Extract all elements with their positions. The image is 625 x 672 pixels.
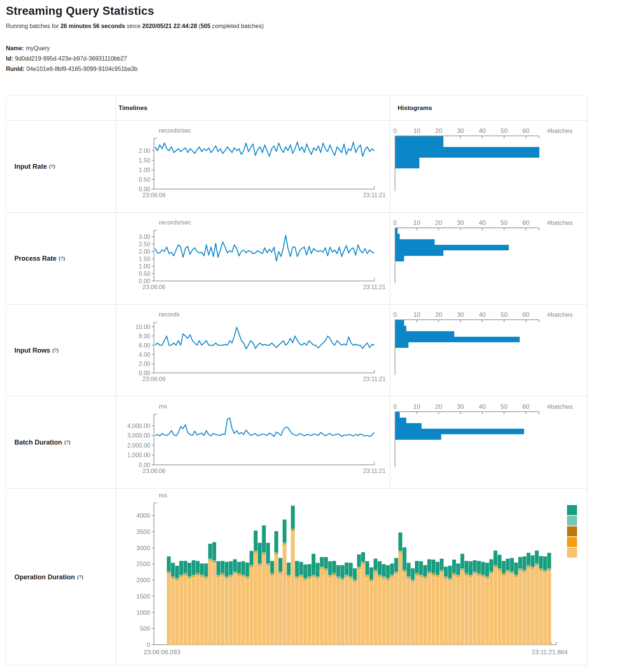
query-id-line: Id:9d0dd219-995d-423e-b97d-36931110bb27 xyxy=(6,54,137,64)
row-label-process-rate: Process Rate(?) xyxy=(6,212,116,304)
svg-text:20: 20 xyxy=(435,311,442,318)
operation-duration-help-icon[interactable]: (?) xyxy=(77,574,83,580)
svg-text:1.50: 1.50 xyxy=(139,157,150,164)
svg-text:60: 60 xyxy=(522,127,529,134)
svg-text:40: 40 xyxy=(479,403,486,410)
svg-text:40: 40 xyxy=(479,311,486,318)
svg-text:3.00: 3.00 xyxy=(139,234,150,240)
input-rate-histogram-cell: 0102030405060#batches xyxy=(390,120,588,212)
svg-text:2.00: 2.00 xyxy=(139,148,150,154)
legend-swatch-4[interactable] xyxy=(567,537,577,547)
svg-text:0.00: 0.00 xyxy=(139,278,150,284)
svg-text:20: 20 xyxy=(435,127,442,134)
input-rate-help-icon[interactable]: (?) xyxy=(49,164,55,169)
legend-swatch-1[interactable] xyxy=(567,505,577,515)
svg-text:1.00: 1.00 xyxy=(139,263,150,270)
query-statistics-table: Timelines Histograms Input Rate(?) recor… xyxy=(6,96,588,665)
name-value: myQuery xyxy=(26,45,50,51)
svg-text:2,000.00: 2,000.00 xyxy=(127,442,150,449)
svg-text:23:06:06: 23:06:06 xyxy=(142,192,165,198)
svg-text:23:06:06.093: 23:06:06.093 xyxy=(144,649,180,656)
operation-duration-label: Operation Duration xyxy=(14,573,75,581)
runid-label: RunId: xyxy=(6,66,25,72)
svg-text:30: 30 xyxy=(457,127,464,134)
streaming-query-statistics-page: Streaming Query Statistics Running batch… xyxy=(0,0,625,672)
svg-text:3500: 3500 xyxy=(136,528,150,535)
input-rate-histogram-chart: 0102030405060#batches xyxy=(390,121,588,212)
svg-text:50: 50 xyxy=(501,127,508,134)
svg-text:3000: 3000 xyxy=(136,545,150,552)
svg-text:23:11:21.864: 23:11:21.864 xyxy=(532,649,568,656)
svg-text:50: 50 xyxy=(501,219,508,226)
svg-text:records/sec: records/sec xyxy=(159,219,191,226)
process-rate-timeline-chart: records/sec3.002.502.001.501.000.500.002… xyxy=(116,213,390,304)
summary-since: since xyxy=(125,23,142,29)
histograms-header: Histograms xyxy=(390,96,588,120)
svg-text:0.00: 0.00 xyxy=(139,462,150,468)
svg-text:2.50: 2.50 xyxy=(139,241,150,247)
svg-text:1.50: 1.50 xyxy=(139,256,150,262)
process-rate-help-icon[interactable]: (?) xyxy=(59,256,65,261)
svg-text:1500: 1500 xyxy=(136,593,150,600)
running-batches-summary: Running batches for 26 minutes 56 second… xyxy=(6,23,264,30)
batch-duration-timeline-chart: ms4,000.003,000.002,000.001,000.000.0023… xyxy=(116,397,390,488)
svg-text:2.00: 2.00 xyxy=(139,361,150,367)
svg-text:40: 40 xyxy=(479,219,486,226)
svg-text:23:06:06: 23:06:06 xyxy=(142,376,165,382)
input-rate-label: Input Rate xyxy=(14,163,47,171)
operation-duration-chart-cell: ms0500100015002000250030003500400023:06:… xyxy=(116,488,588,666)
query-meta: Name:myQuery Id:9d0dd219-995d-423e-b97d-… xyxy=(6,43,137,74)
svg-text:#batches: #batches xyxy=(547,127,573,134)
input-rows-histogram-cell: 0102030405060#batches xyxy=(390,304,588,396)
svg-text:23:06:06: 23:06:06 xyxy=(142,468,165,474)
legend-swatch-2[interactable] xyxy=(567,516,577,526)
svg-text:10: 10 xyxy=(413,219,420,226)
batch-duration-histogram-cell: 0102030405060#batches xyxy=(390,396,588,488)
process-rate-histogram-cell: 0102030405060#batches xyxy=(390,212,588,304)
svg-text:records/sec: records/sec xyxy=(159,127,191,134)
svg-text:0.50: 0.50 xyxy=(139,271,150,277)
input-rows-label: Input Rows xyxy=(14,347,50,354)
svg-text:2500: 2500 xyxy=(136,560,150,568)
svg-text:30: 30 xyxy=(457,403,464,410)
svg-text:0: 0 xyxy=(393,311,396,318)
svg-text:30: 30 xyxy=(457,311,464,318)
timelines-header-label: Timelines xyxy=(119,104,147,112)
svg-text:50: 50 xyxy=(501,403,508,410)
runid-value: 04e101e6-8bf8-4165-9099-9104c951ba3b xyxy=(27,66,138,72)
svg-text:0: 0 xyxy=(393,403,396,410)
summary-prefix: Running batches for xyxy=(6,23,61,29)
svg-text:23:11:21: 23:11:21 xyxy=(363,192,385,198)
svg-text:60: 60 xyxy=(522,403,529,410)
svg-text:4,000.00: 4,000.00 xyxy=(127,423,150,429)
svg-text:40: 40 xyxy=(479,127,486,134)
svg-text:0: 0 xyxy=(393,127,396,134)
svg-text:0: 0 xyxy=(393,219,396,226)
input-rows-histogram-chart: 0102030405060#batches xyxy=(390,305,588,396)
svg-text:0.00: 0.00 xyxy=(139,370,150,376)
summary-batch-count: 505 xyxy=(200,23,210,29)
legend-swatch-5[interactable] xyxy=(567,548,577,558)
svg-text:23:11:21: 23:11:21 xyxy=(363,376,385,382)
svg-text:records: records xyxy=(159,311,180,318)
batch-duration-help-icon[interactable]: (?) xyxy=(64,439,71,445)
input-rows-timeline-chart: records10.008.006.004.002.000.0023:06:06… xyxy=(116,305,390,396)
svg-text:2000: 2000 xyxy=(136,577,150,584)
process-rate-histogram-chart: 0102030405060#batches xyxy=(390,213,588,304)
svg-text:10: 10 xyxy=(413,311,420,318)
svg-text:6.00: 6.00 xyxy=(139,342,150,349)
svg-text:0: 0 xyxy=(147,641,150,648)
timelines-header: Timelines xyxy=(116,96,390,120)
batch-duration-histogram-chart: 0102030405060#batches xyxy=(390,397,588,488)
svg-text:0.00: 0.00 xyxy=(139,186,150,192)
legend-swatch-3[interactable] xyxy=(567,527,577,536)
svg-text:23:11:21: 23:11:21 xyxy=(363,284,385,290)
input-rows-help-icon[interactable]: (?) xyxy=(52,347,59,353)
summary-timestamp: 2020/05/21 22:44:28 xyxy=(142,23,197,29)
svg-text:0.50: 0.50 xyxy=(139,176,150,183)
svg-text:10.00: 10.00 xyxy=(135,324,150,330)
operation-duration-stacked-chart: ms0500100015002000250030003500400023:06:… xyxy=(116,488,588,666)
process-rate-timeline-cell: records/sec3.002.502.001.501.000.500.002… xyxy=(116,212,390,304)
batch-duration-label: Batch Duration xyxy=(14,439,62,446)
histograms-header-label: Histograms xyxy=(398,104,432,112)
